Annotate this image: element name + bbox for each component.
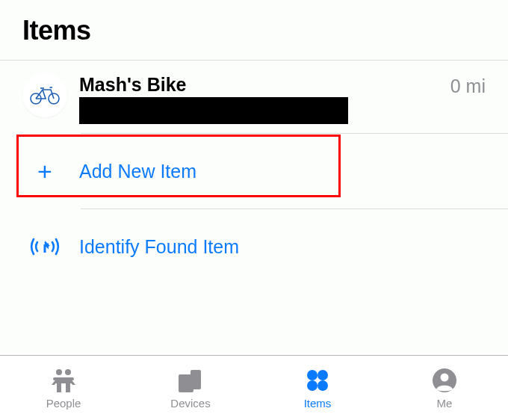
svg-point-1 <box>49 93 59 104</box>
tab-people[interactable]: People <box>0 367 127 410</box>
tab-devices-label: Devices <box>170 397 210 410</box>
identify-found-item[interactable]: Identify Found Item <box>0 209 508 284</box>
svg-point-17 <box>318 370 328 380</box>
svg-rect-10 <box>57 379 61 392</box>
tab-bar: People Devices Items <box>0 355 508 420</box>
svg-point-19 <box>318 380 328 391</box>
svg-point-16 <box>307 370 318 380</box>
tab-devices[interactable]: Devices <box>127 367 254 410</box>
item-row[interactable]: Mash's Bike 0 mi <box>0 61 508 133</box>
me-icon <box>432 367 457 394</box>
plus-icon: + <box>22 153 67 189</box>
header: Items <box>0 0 508 60</box>
svg-point-8 <box>65 369 71 375</box>
people-icon <box>49 367 78 394</box>
svg-point-7 <box>56 369 62 375</box>
identify-found-item-label: Identify Found Item <box>79 236 239 258</box>
items-list: Mash's Bike 0 mi + Add New Item <box>0 61 508 284</box>
svg-rect-11 <box>66 379 70 392</box>
svg-point-21 <box>441 373 449 381</box>
item-distance: 0 mi <box>450 71 486 97</box>
items-icon <box>305 367 330 394</box>
radar-icon <box>22 229 67 265</box>
page-title: Items <box>22 15 486 46</box>
bicycle-icon <box>30 85 60 105</box>
svg-rect-6 <box>44 244 46 253</box>
tab-items-label: Items <box>304 397 332 410</box>
item-icon-circle <box>22 72 67 117</box>
item-text: Mash's Bike <box>79 71 450 124</box>
devices-icon <box>177 367 204 394</box>
svg-rect-15 <box>190 370 201 389</box>
add-new-item[interactable]: + Add New Item <box>0 134 508 209</box>
tab-me[interactable]: Me <box>381 367 508 410</box>
add-new-item-label: Add New Item <box>79 161 196 182</box>
tab-people-label: People <box>46 397 81 410</box>
item-subtitle-redacted <box>79 97 348 124</box>
svg-point-18 <box>307 380 318 391</box>
tab-items[interactable]: Items <box>254 367 381 410</box>
item-title: Mash's Bike <box>79 74 450 96</box>
tab-me-label: Me <box>437 397 453 410</box>
